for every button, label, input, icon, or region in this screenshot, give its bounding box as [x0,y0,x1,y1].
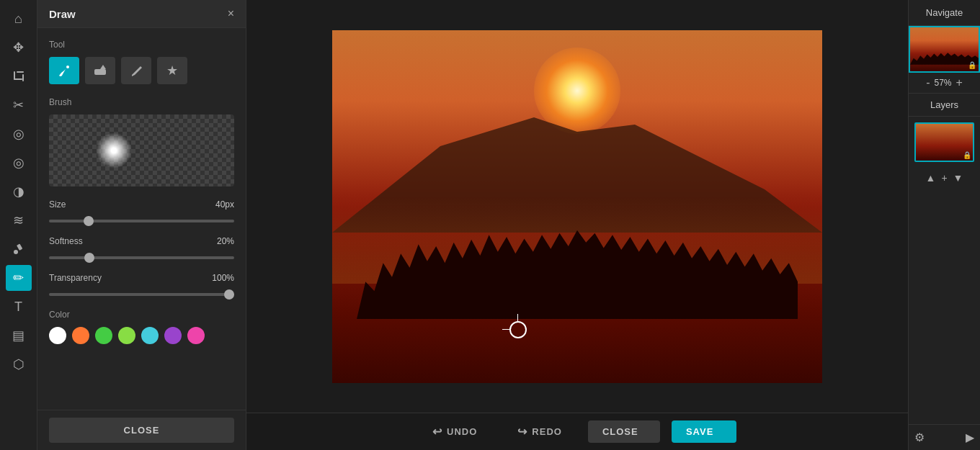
tool-label: Tool [49,40,234,50]
settings-icon-button[interactable]: ⚙ [914,431,925,444]
left-sidebar: ⌂ ✥ ✂ ◎ ◎ ◑ ≋ ✏ T ▤ ⬡ [0,0,37,450]
bottom-toolbar: ↩ UNDO ↪ REDO CLOSE SAVE [246,413,908,450]
layer-lock-icon: 🔒 [963,151,971,159]
color-swatch-purple[interactable] [164,327,182,344]
draw-panel-body: Tool ★ Brush [37,28,246,410]
close-button[interactable]: CLOSE [588,420,660,443]
star-tool-button[interactable]: ★ [157,57,187,84]
adjust-icon[interactable]: ◑ [6,179,32,204]
undo-icon: ↩ [432,425,442,438]
undo-button[interactable]: ↩ UNDO [418,419,491,444]
canvas-area[interactable] [246,0,908,413]
svg-point-4 [14,250,18,254]
color-swatch-pink[interactable] [187,327,205,344]
crop-icon[interactable] [6,63,32,89]
vignette-icon[interactable]: ◎ [6,121,32,147]
color-swatch-green[interactable] [95,327,112,344]
tool-row: ★ [49,57,234,84]
color-swatch-light-green[interactable] [118,327,135,344]
home-icon[interactable]: ⌂ [6,6,32,32]
waves-icon[interactable]: ≋ [6,207,32,233]
softness-slider-row: Softness 20% [49,236,234,261]
layer-up-button[interactable]: ▲ [926,172,936,184]
main-area: ↩ UNDO ↪ REDO CLOSE SAVE [246,0,908,450]
size-slider-row: Size 40px [49,199,234,225]
export-icon[interactable]: ⬡ [6,351,32,377]
brush-dot [96,132,132,168]
text-icon[interactable]: T [6,294,32,320]
draw-panel-header: Draw × [37,0,246,28]
layers-title: Layers [909,94,980,117]
softness-label: Softness [49,236,83,246]
navigate-lock-icon: 🔒 [968,61,976,69]
eyedropper-icon[interactable] [6,236,32,262]
color-label: Color [49,310,234,320]
brush-label: Brush [49,97,234,107]
transparency-label: Transparency [49,273,102,283]
color-section: Color [49,310,234,344]
brush-tool-button[interactable] [49,57,79,84]
svg-rect-1 [14,78,22,80]
pencil-tool-button[interactable] [121,57,151,84]
cut-icon[interactable]: ✂ [6,92,32,118]
save-button[interactable]: SAVE [672,420,736,443]
crosshair-cursor [509,321,527,338]
color-swatch-white[interactable] [49,327,66,344]
softness-value: 20% [217,236,234,246]
layer-controls: ▲ + ▼ [909,168,980,188]
layer-thumbnail[interactable]: 🔒 [914,122,974,162]
svg-rect-7 [94,69,106,75]
color-swatch-orange[interactable] [72,327,89,344]
transparency-slider[interactable] [49,293,234,296]
svg-rect-5 [17,244,22,251]
softness-slider[interactable] [49,256,234,259]
layer-add-button[interactable]: + [941,172,947,184]
redo-button[interactable]: ↪ REDO [503,419,576,444]
draw-panel: Draw × Tool ★ [37,0,246,450]
transparency-value: 100% [212,273,234,283]
pen-icon[interactable]: ✏ [6,265,32,291]
eraser-tool-button[interactable] [85,57,115,84]
draw-panel-title: Draw [49,8,76,20]
expand-icon-button[interactable]: ▶ [966,431,974,444]
zoom-row: - 57% + [909,73,980,94]
right-panel: Navigate 🔒 - 57% + Layers 🔒 ▲ + ▼ ⚙ ▶ [908,0,980,450]
zoom-in-button[interactable]: + [956,77,963,89]
size-label: Size [49,199,66,210]
redo-label: REDO [532,426,562,437]
zoom-level: 57% [934,78,951,88]
svg-point-6 [66,66,69,68]
draw-panel-close-btn[interactable]: CLOSE [49,418,234,443]
color-swatch-cyan[interactable] [141,327,159,344]
layer-down-button[interactable]: ▼ [953,172,963,184]
size-slider[interactable] [49,220,234,222]
size-value: 40px [215,199,234,210]
filter-icon[interactable]: ◎ [6,150,32,176]
svg-rect-2 [22,74,24,81]
color-row [49,327,234,344]
canvas-image[interactable] [332,30,822,383]
draw-panel-close-button[interactable]: × [228,7,234,20]
navigate-thumbnail: 🔒 [909,26,980,73]
transparency-slider-row: Transparency 100% [49,273,234,298]
navigate-title: Navigate [909,0,980,26]
right-panel-footer: ⚙ ▶ [909,424,980,450]
brush-preview [49,114,234,186]
zoom-out-button[interactable]: - [926,77,930,89]
draw-panel-footer: CLOSE [37,410,246,450]
layers-icon[interactable]: ▤ [6,323,32,348]
redo-icon: ↪ [517,425,527,438]
svg-rect-3 [17,71,24,73]
undo-label: UNDO [447,426,477,437]
svg-marker-8 [100,65,106,69]
transform-icon[interactable]: ✥ [6,35,32,60]
